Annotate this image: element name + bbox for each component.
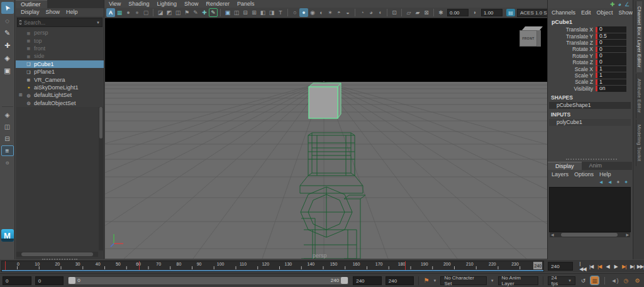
outliner-item[interactable]: pCube1 (16, 60, 104, 68)
keyframe-tick[interactable] (405, 261, 406, 270)
range-slider[interactable]: 0 240 (67, 276, 349, 285)
camera-circle-icon[interactable]: ◕ (618, 1, 621, 8)
fps-dropdown[interactable]: 24 fps ▼ (548, 276, 575, 285)
move-tool[interactable]: ✚ (1, 40, 14, 52)
scroll-right-icon[interactable]: ▶ (626, 232, 629, 237)
pan-zoom-icon[interactable]: ✚ (200, 8, 209, 17)
channel-value-field[interactable]: 0 (597, 59, 626, 65)
gamma-icon[interactable]: ◗ (470, 8, 479, 17)
wireframe-on-shaded-icon[interactable]: ✎ (209, 8, 218, 17)
input-node[interactable]: polyCube1 (549, 119, 631, 126)
grease-pencil-icon[interactable]: ✎ (191, 8, 200, 17)
scroll-left-icon[interactable]: ◀ (551, 232, 554, 237)
viewport-menu-item[interactable]: Lighting (157, 1, 177, 8)
paint-select-tool[interactable]: ✎ (1, 27, 14, 39)
viewport-menu-item[interactable]: Show (184, 1, 199, 8)
viewport-menu-item[interactable]: Panels (237, 1, 255, 8)
graph-editor-icon[interactable]: ∠ (625, 1, 630, 8)
viewcube[interactable]: FRONT (519, 26, 541, 48)
horizontal-scrollbar[interactable]: ◀ ▶ (550, 232, 630, 237)
animation-start-field[interactable]: 0 (3, 276, 31, 285)
outliner-menu-item[interactable]: Help (66, 9, 78, 16)
scrollbar-thumb[interactable] (99, 107, 103, 138)
horizontal-scrollbar[interactable] (16, 252, 98, 257)
outliner-item[interactable]: top (16, 37, 104, 44)
outliner-item[interactable]: ⊞ defaultLightSet (16, 91, 104, 99)
chevron-down-icon[interactable]: ▼ (491, 279, 494, 283)
panel-shape-icon[interactable]: ▢ (142, 8, 150, 17)
scrollbar-thumb[interactable] (21, 252, 93, 256)
shape-node[interactable]: pCubeShape1 (549, 102, 631, 109)
panel-select-icon[interactable]: A (106, 8, 115, 17)
play-forward-button[interactable]: ▶ (613, 262, 619, 271)
select-tool[interactable]: ➤ (1, 2, 14, 14)
playback-start-field[interactable]: 0 (35, 276, 64, 285)
tab-attribute-editor[interactable]: Attribute Editor (636, 74, 642, 118)
channel-value-field[interactable]: 1 (597, 66, 626, 72)
range-end-handle[interactable] (341, 277, 348, 284)
Translate Z[interactable]: Translate Z 0 (548, 40, 632, 46)
channel-value-field[interactable]: 0 (597, 26, 626, 33)
create-layer-from-selected-icon[interactable]: ✦ (624, 179, 628, 185)
channel-value-field[interactable]: 0.5 (597, 33, 626, 40)
channel-value-field[interactable]: 0 (597, 40, 626, 46)
outliner-item[interactable]: side (16, 52, 104, 60)
outliner-persp-pane-icon[interactable]: ◧ (258, 8, 267, 17)
go-to-start-button[interactable]: |◀◀ (579, 262, 586, 271)
channel-value-field[interactable]: 0 (597, 53, 626, 59)
Scale Y[interactable]: Scale Y 1 (548, 72, 632, 79)
select-camera-icon[interactable]: ◪ (156, 8, 165, 17)
animation-end-field[interactable]: 240 (386, 276, 414, 285)
chevron-down-icon[interactable]: ▼ (433, 279, 436, 283)
play-backwards-button[interactable]: ◀ (604, 262, 611, 271)
range-start-handle[interactable] (69, 277, 75, 284)
outliner-item[interactable]: VR_Camera (16, 76, 104, 83)
Rotate Y[interactable]: Rotate Y 0 (548, 53, 632, 59)
channel-box-object-name[interactable]: pCube1 (548, 16, 632, 26)
step-forward-key-button[interactable]: ▶| (621, 262, 628, 271)
channel-value-field[interactable]: 0 (597, 47, 626, 53)
channel-box-menu-item[interactable]: Object (597, 9, 613, 16)
bookmark-flag-icon[interactable]: ⚑ (182, 8, 191, 17)
search-input[interactable] (24, 20, 94, 26)
pcube1-object[interactable] (309, 83, 341, 118)
character-icon[interactable]: ✚ (610, 1, 615, 8)
scale-tool[interactable]: ▣ (1, 65, 14, 77)
chevron-down-icon[interactable]: ▼ (96, 21, 100, 25)
exposure-icon[interactable]: ✱ (436, 8, 445, 17)
two-panes-stacked-icon[interactable]: ⊟ (241, 8, 250, 17)
playback-range-icon[interactable]: ▦ (591, 276, 599, 284)
time-slider[interactable]: 0102030405060708090100110120130140150160… (1, 261, 544, 272)
field-chart-icon[interactable]: ⊡ (390, 8, 399, 17)
channel-box-menu-item[interactable]: Edit (581, 9, 591, 16)
viewport-menu-item[interactable]: Renderer (206, 1, 230, 8)
playback-end-field[interactable]: 240 (353, 276, 382, 285)
step-forward-frame-button[interactable]: ▶| (629, 262, 636, 271)
viewport-menu-item[interactable]: View (109, 1, 121, 8)
camera-attributes-icon[interactable]: ◩ (165, 8, 174, 17)
layer-list-area[interactable]: ◀ ▶ (549, 187, 631, 232)
expand-icon[interactable]: ⊞ (18, 93, 23, 98)
loop-playback-icon[interactable]: ↺ (579, 276, 587, 284)
isolate-select-icon[interactable]: ◖ (375, 8, 384, 17)
panel-resize-grip[interactable] (566, 159, 616, 160)
view-transform-icon[interactable]: ▤ (506, 9, 515, 16)
transport-icon[interactable] (602, 277, 605, 284)
lasso-select-tool[interactable]: ◌ (1, 14, 14, 26)
tab-modeling-toolkit[interactable]: Modeling Toolkit (636, 120, 642, 166)
gamma-field[interactable]: 1.00 (481, 9, 502, 16)
exposure-field[interactable]: 0.00 (447, 9, 469, 16)
viewport-toolbar-icon[interactable] (399, 9, 402, 16)
layer-editor-menu-item[interactable]: Options (574, 171, 594, 178)
tab-display[interactable]: Display (548, 162, 582, 170)
layer-toggle2-icon[interactable]: ◄ (608, 179, 613, 185)
viewport-canvas[interactable]: persp FRONT (105, 18, 547, 259)
four-view-layout-button[interactable]: ◈ (1, 110, 14, 120)
material-mode-icon[interactable]: ◐ (317, 8, 326, 17)
character-set-dropdown[interactable]: No Character Set (440, 276, 486, 285)
layer-toggle-icon[interactable]: ◄ (599, 179, 604, 185)
Translate X[interactable]: Translate X 0 (548, 26, 632, 33)
persp-outliner-layout-button[interactable]: ◫ (1, 121, 14, 132)
vertical-scrollbar[interactable] (99, 107, 103, 250)
viewport-menu-item[interactable]: Shading (128, 1, 149, 8)
